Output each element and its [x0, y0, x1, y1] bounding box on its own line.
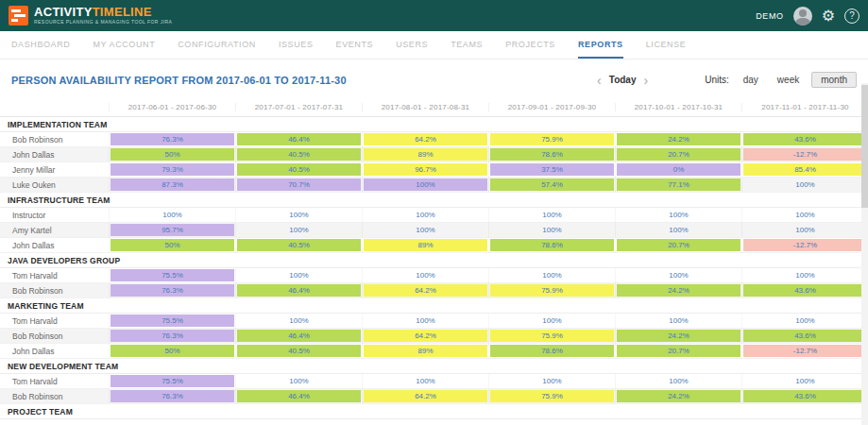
- availability-cell[interactable]: 100%: [741, 223, 868, 237]
- availability-cell[interactable]: 100%: [362, 208, 488, 222]
- availability-cell[interactable]: 78.6%: [488, 238, 615, 252]
- availability-cell[interactable]: 64.2%: [362, 132, 488, 146]
- unit-button-week[interactable]: week: [771, 72, 806, 88]
- availability-cell[interactable]: 24.2%: [615, 283, 741, 298]
- user-avatar[interactable]: [793, 7, 812, 26]
- availability-cell[interactable]: 78.6%: [488, 147, 615, 162]
- availability-cell[interactable]: 43.6%: [741, 389, 868, 403]
- nav-item-dashboard[interactable]: DASHBOARD: [11, 31, 70, 59]
- availability-cell[interactable]: 75.5%: [109, 268, 235, 282]
- availability-cell[interactable]: 20.7%: [615, 344, 741, 358]
- prev-period-button[interactable]: ‹: [591, 75, 607, 86]
- availability-cell[interactable]: 20.7%: [615, 147, 741, 162]
- availability-cell[interactable]: 89%: [362, 147, 488, 162]
- availability-cell[interactable]: 50%: [109, 147, 235, 162]
- availability-cell[interactable]: 89%: [362, 238, 488, 252]
- availability-cell[interactable]: 64.2%: [362, 389, 488, 403]
- availability-cell[interactable]: 100%: [362, 374, 488, 388]
- availability-cell[interactable]: 100%: [235, 314, 362, 328]
- availability-cell[interactable]: 100%: [362, 268, 488, 282]
- availability-cell[interactable]: 85.4%: [741, 162, 868, 177]
- nav-item-users[interactable]: USERS: [396, 31, 428, 59]
- next-period-button[interactable]: ›: [638, 75, 654, 86]
- availability-cell[interactable]: 77.1%: [615, 178, 741, 192]
- nav-item-projects[interactable]: PROJECTS: [505, 31, 555, 59]
- availability-cell[interactable]: 100%: [741, 374, 868, 388]
- availability-cell[interactable]: 46.4%: [235, 132, 362, 146]
- availability-cell[interactable]: 43.6%: [741, 329, 868, 343]
- availability-cell[interactable]: 76.3%: [109, 283, 235, 298]
- availability-cell[interactable]: 24.2%: [615, 329, 741, 343]
- availability-cell[interactable]: 46.4%: [235, 283, 362, 298]
- availability-cell[interactable]: 76.3%: [109, 132, 235, 146]
- today-button[interactable]: Today: [607, 75, 638, 85]
- availability-cell[interactable]: 40.5%: [235, 162, 362, 177]
- availability-cell[interactable]: 100%: [741, 208, 868, 222]
- nav-item-configuration[interactable]: CONFIGURATION: [178, 31, 256, 59]
- availability-cell[interactable]: 78.6%: [488, 344, 615, 358]
- availability-cell[interactable]: 100%: [615, 208, 741, 222]
- availability-cell[interactable]: 100%: [362, 223, 488, 237]
- availability-cell[interactable]: 75.9%: [488, 132, 615, 146]
- availability-cell[interactable]: 37.5%: [488, 162, 615, 177]
- availability-cell[interactable]: 87.3%: [109, 178, 235, 192]
- availability-cell[interactable]: 76.3%: [109, 329, 235, 343]
- unit-button-month[interactable]: month: [811, 72, 857, 88]
- availability-cell[interactable]: 100%: [615, 268, 741, 282]
- availability-cell[interactable]: 76.3%: [109, 389, 235, 403]
- availability-cell[interactable]: 100%: [235, 268, 362, 282]
- unit-button-day[interactable]: day: [737, 72, 765, 88]
- nav-item-events[interactable]: EVENTS: [336, 31, 374, 59]
- availability-cell[interactable]: 24.2%: [615, 132, 741, 146]
- availability-cell[interactable]: 100%: [488, 208, 615, 222]
- nav-item-teams[interactable]: TEAMS: [451, 31, 483, 59]
- settings-gear-icon[interactable]: ⚙: [822, 8, 835, 24]
- availability-cell[interactable]: 64.2%: [362, 283, 488, 298]
- availability-cell[interactable]: 43.6%: [741, 283, 868, 298]
- availability-cell[interactable]: 46.4%: [235, 389, 362, 403]
- nav-item-license[interactable]: LICENSE: [646, 31, 687, 59]
- availability-cell[interactable]: 70.7%: [235, 178, 362, 192]
- availability-cell[interactable]: 100%: [615, 374, 741, 388]
- availability-cell[interactable]: 100%: [488, 374, 615, 388]
- availability-cell[interactable]: 100%: [235, 208, 362, 222]
- availability-cell[interactable]: 100%: [362, 178, 488, 192]
- availability-cell[interactable]: 40.5%: [235, 238, 362, 252]
- availability-cell[interactable]: 89%: [362, 344, 488, 358]
- availability-cell[interactable]: 46.4%: [235, 329, 362, 343]
- availability-cell[interactable]: 96.7%: [362, 162, 488, 177]
- availability-cell[interactable]: 79.3%: [109, 162, 235, 177]
- availability-cell[interactable]: 100%: [488, 223, 615, 237]
- availability-cell[interactable]: 64.2%: [362, 329, 488, 343]
- availability-cell[interactable]: 24.2%: [615, 389, 741, 403]
- availability-cell[interactable]: 100%: [109, 208, 235, 222]
- availability-cell[interactable]: 43.6%: [741, 132, 868, 146]
- availability-cell[interactable]: 100%: [488, 314, 615, 328]
- availability-cell[interactable]: 95.7%: [109, 223, 235, 237]
- availability-cell[interactable]: 50%: [109, 238, 235, 252]
- availability-cell[interactable]: -12.7%: [741, 238, 868, 252]
- availability-cell[interactable]: 75.9%: [488, 389, 615, 403]
- help-icon[interactable]: ?: [844, 8, 859, 24]
- availability-cell[interactable]: 100%: [235, 374, 362, 388]
- availability-cell[interactable]: 40.5%: [235, 147, 362, 162]
- availability-cell[interactable]: -12.7%: [741, 147, 868, 162]
- availability-cell[interactable]: 100%: [235, 223, 362, 237]
- availability-cell[interactable]: 100%: [362, 314, 488, 328]
- availability-cell[interactable]: 20.7%: [615, 238, 741, 252]
- availability-cell[interactable]: 75.9%: [488, 329, 615, 343]
- availability-cell[interactable]: 100%: [615, 223, 741, 237]
- availability-cell[interactable]: 100%: [488, 268, 615, 282]
- availability-cell[interactable]: 100%: [615, 314, 741, 328]
- availability-cell[interactable]: 57.4%: [488, 178, 615, 192]
- availability-cell[interactable]: 100%: [741, 178, 868, 192]
- availability-cell[interactable]: 75.9%: [488, 283, 615, 298]
- scrollbar-thumb[interactable]: [861, 85, 868, 208]
- availability-cell[interactable]: 50%: [109, 344, 235, 358]
- availability-cell[interactable]: 40.5%: [235, 344, 362, 358]
- availability-cell[interactable]: 75.5%: [109, 374, 235, 388]
- availability-cell[interactable]: -12.7%: [741, 344, 868, 358]
- availability-cell[interactable]: 75.5%: [109, 314, 235, 328]
- nav-item-my-account[interactable]: MY ACCOUNT: [93, 31, 155, 59]
- scrollbar[interactable]: [861, 83, 868, 425]
